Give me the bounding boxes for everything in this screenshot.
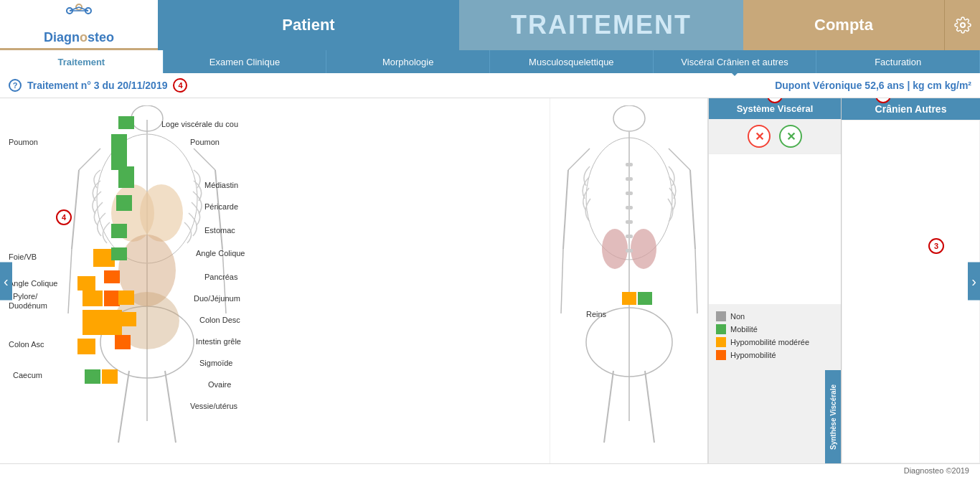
label-colon-desc: Colon Desc [199, 316, 240, 324]
block-intestin-grele[interactable] [83, 310, 122, 335]
label-duo-jejunum: Duo/Jéjunum [194, 294, 240, 303]
block-colon-asc[interactable] [77, 339, 95, 354]
label-loge-viscerale: Loge viscérale du cou [161, 120, 238, 128]
legend-hypomobilite-label: Hypomobilité [730, 351, 776, 359]
circle-3: 3 [928, 238, 944, 254]
visceral-btn-red[interactable]: ✕ [748, 125, 771, 148]
svg-point-36 [631, 229, 656, 269]
block-caecum-green[interactable] [85, 369, 100, 384]
label-poumon-right: Poumon [190, 138, 220, 146]
block-colon-desc[interactable] [121, 312, 136, 326]
nav-tabs: Traitement Examen Clinique Morphologie M… [0, 50, 980, 73]
svg-line-30 [695, 249, 697, 313]
block-sigmoide[interactable] [115, 335, 131, 349]
legend-mobilite: Mobilité [716, 324, 834, 334]
svg-line-29 [561, 249, 563, 313]
logo: Diagnosteo [0, 0, 158, 50]
cranien-content [842, 120, 980, 463]
legend-non-color [716, 311, 726, 321]
svg-line-33 [604, 371, 613, 443]
svg-rect-38 [626, 177, 633, 181]
visceral-buttons: ✕ ✕ [709, 119, 841, 154]
label-intestin-grele: Intestin grêle [196, 337, 241, 346]
svg-point-6 [961, 23, 965, 27]
legend-non: Non [716, 311, 834, 321]
block-mediastin[interactable] [118, 166, 134, 188]
label-pylore: Pylore/ [13, 292, 37, 301]
svg-rect-41 [626, 220, 633, 224]
nav-traitement[interactable]: TRAITEMENT [459, 0, 743, 50]
block-duo-jejunum[interactable] [118, 291, 134, 305]
svg-rect-40 [626, 206, 633, 209]
visceral-panel: Système Viscéral 1 ✕ ✕ [709, 98, 842, 463]
block-reins-right[interactable] [622, 292, 636, 305]
block-reins-left[interactable] [638, 292, 652, 305]
label-caecum: Caecum [13, 371, 42, 379]
label-duodenum: Duodénum [9, 301, 47, 310]
legend-hypomobilite-color [716, 350, 726, 360]
label-estomac: Estomac [204, 226, 235, 235]
svg-point-20 [140, 184, 183, 242]
visceral-content [709, 154, 841, 304]
svg-line-17 [118, 371, 129, 443]
visceral-btn-green[interactable]: ✕ [779, 125, 802, 148]
legend-non-label: Non [730, 312, 745, 321]
help-icon[interactable]: ? [9, 79, 22, 92]
svg-line-28 [690, 170, 695, 249]
label-colon-asc: Colon Asc [9, 340, 44, 349]
block-loge-viscerale[interactable] [118, 116, 134, 129]
block-pericarde[interactable] [116, 195, 132, 211]
cranien-panel: Crânien Autres 2 [842, 98, 980, 463]
block-caecum-orange[interactable] [102, 369, 118, 384]
main-content: ‹ [0, 98, 980, 463]
svg-line-11 [79, 148, 100, 170]
legend-hypomobilite-moderee-label: Hypomobilité modérée [730, 338, 809, 346]
footer-text: Diagnosteo ©2019 [904, 466, 969, 475]
svg-line-25 [568, 148, 590, 170]
anatomy-panel-back: Reins [550, 98, 707, 463]
label-pericarde: Péricarde [204, 202, 238, 211]
tab-visceral[interactable]: Viscéral Crânien et autres [654, 50, 817, 73]
block-angle-colique-right[interactable] [111, 247, 127, 260]
tab-facturation[interactable]: Facturation [816, 50, 980, 73]
legend-mobilite-color [716, 324, 726, 334]
synthese-label: Synthèse Viscérale [829, 384, 837, 450]
nav-compta[interactable]: Compta [743, 0, 944, 50]
label-poumon-left: Poumon [9, 138, 38, 146]
label-mediastin: Médiastin [204, 181, 238, 189]
skeleton-back-svg [557, 105, 701, 450]
label-ovaire: Ovaire [208, 380, 231, 389]
cranien-panel-header: Crânien Autres [842, 98, 980, 120]
block-poumon-left-1[interactable] [111, 134, 127, 170]
breadcrumb: ? Traitement n° 3 du 20/11/2019 4 Dupont… [0, 73, 980, 98]
label-foie-vb: Foie/VB [9, 252, 37, 261]
svg-rect-37 [626, 163, 633, 166]
block-pylore[interactable] [83, 291, 103, 306]
block-duodenum-red[interactable] [104, 291, 120, 306]
right-panels: Système Viscéral 1 ✕ ✕ [707, 98, 980, 463]
block-pancreas[interactable] [104, 270, 120, 283]
left-nav-arrow[interactable]: ‹ [0, 262, 12, 300]
synthese-visceral-btn[interactable]: Synthèse Viscérale [825, 370, 841, 463]
svg-line-16 [222, 249, 226, 313]
tab-musculosquelettique[interactable]: Musculosquelettique [490, 50, 654, 73]
anatomy-panel-left: Poumon Foie/VB Angle Colique Pylore/ Duo… [0, 98, 550, 463]
panels-row: Système Viscéral 1 ✕ ✕ [709, 98, 980, 463]
gear-button[interactable] [944, 0, 980, 50]
svg-line-15 [68, 249, 72, 313]
tab-traitement[interactable]: Traitement [0, 50, 164, 73]
right-nav-arrow[interactable]: › [968, 262, 980, 300]
svg-line-34 [645, 371, 654, 443]
block-estomac[interactable] [111, 224, 127, 238]
legend-mobilite-label: Mobilité [730, 325, 758, 334]
svg-line-26 [669, 148, 690, 170]
svg-line-13 [72, 170, 79, 249]
svg-rect-42 [626, 235, 633, 238]
circle-4: 4 [173, 78, 187, 93]
nav-patient[interactable]: Patient [158, 0, 459, 50]
footer: Diagnosteo ©2019 [0, 463, 980, 477]
gear-icon [954, 16, 971, 34]
tab-examen-clinique[interactable]: Examen Clinique [164, 50, 327, 73]
block-angle-colique-left[interactable] [77, 276, 95, 291]
tab-morphologie[interactable]: Morphologie [326, 50, 490, 73]
